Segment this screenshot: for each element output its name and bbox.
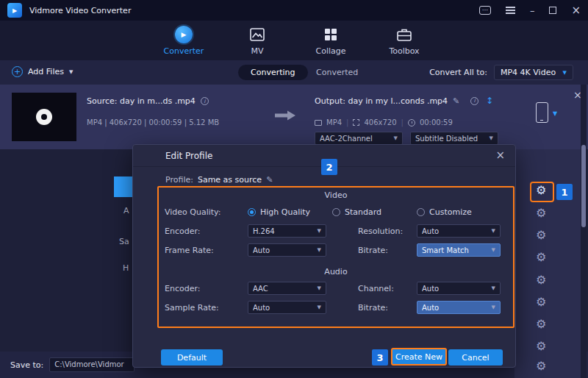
main-nav: ▶ Converter MV Collage Toolbox <box>0 21 588 60</box>
callout-step-1: 1 <box>556 184 573 200</box>
tab-mv-label: MV <box>251 46 263 56</box>
output-format: MP4 <box>326 118 342 126</box>
feedback-icon[interactable]: ··· <box>479 6 491 15</box>
resolution-dropdown[interactable]: Auto ▼ <box>417 224 501 238</box>
chevron-down-icon: ▼ <box>394 135 398 141</box>
audio-encoder-dropdown[interactable]: AAC ▼ <box>248 282 326 295</box>
radio-icon <box>417 208 425 216</box>
create-new-button[interactable]: Create New <box>391 348 447 365</box>
compress-icon[interactable]: ↕ <box>486 96 493 105</box>
convert-all-dropdown[interactable]: MP4 4K Video ▼ <box>494 65 573 80</box>
profile-settings-panel: Video Video Quality: High Quality Standa… <box>157 186 514 328</box>
dialog-title: Edit Profile <box>165 151 212 161</box>
device-icon[interactable] <box>536 102 548 123</box>
tab-collage-label: Collage <box>315 46 345 56</box>
settings-gear-icon[interactable]: ⚙ <box>536 207 546 219</box>
tab-toolbox-label: Toolbox <box>389 46 419 56</box>
scrollbar[interactable] <box>581 85 587 378</box>
close-button[interactable]: × <box>571 5 581 16</box>
chevron-down-icon: ▼ <box>318 228 321 234</box>
subtitle-dropdown[interactable]: Subtitle Disabled ▼ <box>410 132 498 145</box>
settings-gear-icon[interactable]: ⚙ <box>536 360 546 372</box>
clock-icon <box>408 119 415 126</box>
format-icon <box>315 120 322 126</box>
callout-step-2: 2 <box>321 159 337 175</box>
tab-toolbox[interactable]: Toolbox <box>381 26 427 56</box>
settings-gear-icon[interactable]: ⚙ <box>536 296 546 308</box>
chevron-down-icon[interactable]: ▼ <box>553 110 557 117</box>
settings-gear-icon[interactable]: ⚙ <box>536 252 546 263</box>
radio-standard[interactable]: Standard <box>332 207 417 217</box>
radio-icon <box>248 208 256 216</box>
video-quality-label: Video Quality: <box>165 207 248 217</box>
video-section-title: Video <box>165 189 507 202</box>
output-info-icon[interactable]: i <box>470 97 478 105</box>
chevron-down-icon: ▼ <box>563 70 567 76</box>
audio-bitrate-dropdown[interactable]: Auto ▼ <box>417 301 501 314</box>
tab-converting[interactable]: Converting <box>238 65 308 80</box>
step1-highlight-box <box>530 182 554 202</box>
menu-icon[interactable] <box>506 5 515 16</box>
edit-profile-dialog: Edit Profile × Profile: Same as source ✎… <box>132 144 516 368</box>
converter-play-icon: ▶ <box>175 26 193 43</box>
minimize-button[interactable]: – <box>530 6 535 15</box>
output-file-name: Output: day in my l...conds .mp4 <box>315 96 448 106</box>
chevron-down-icon: ▼ <box>318 304 321 310</box>
radio-customize[interactable]: Customize <box>417 207 501 217</box>
output-resolution: 406x720 <box>364 118 396 126</box>
tab-converter[interactable]: ▶ Converter <box>161 26 207 56</box>
video-encoder-row: Encoder: H.264 ▼ Resolution: Auto ▼ <box>165 221 507 240</box>
scrollbar-thumb[interactable] <box>581 145 586 227</box>
sample-rate-dropdown[interactable]: Auto ▼ <box>248 301 326 314</box>
video-quality-row: Video Quality: High Quality Standard Cus… <box>165 202 507 221</box>
video-encoder-dropdown[interactable]: H.264 ▼ <box>248 224 326 238</box>
save-path-field[interactable]: C:\Vidmore\Vidmor <box>49 357 135 372</box>
dialog-close-icon[interactable]: × <box>495 150 505 161</box>
frame-rate-dropdown[interactable]: Auto ▼ <box>248 243 326 257</box>
titlebar: ▶ Vidmore Video Converter ··· – × <box>0 0 588 21</box>
settings-gear-icon[interactable]: ⚙ <box>536 340 546 352</box>
app-logo-icon: ▶ <box>7 3 22 18</box>
settings-gear-icon[interactable]: ⚙ <box>536 274 546 286</box>
chevron-down-icon: ▼ <box>492 304 495 310</box>
rename-output-icon[interactable]: ✎ <box>453 96 459 106</box>
convert-all-value: MP4 4K Video <box>501 68 556 77</box>
toolbox-briefcase-icon <box>397 26 412 43</box>
chevron-down-icon: ▼ <box>318 285 321 291</box>
radio-high-quality[interactable]: High Quality <box>248 207 332 217</box>
toolbar: + Add Files ▼ Converting Converted Conve… <box>0 60 588 85</box>
chevron-down-icon: ▼ <box>492 228 495 234</box>
channel-dropdown[interactable]: Auto ▼ <box>417 282 501 295</box>
profile-label: Profile: <box>165 175 193 185</box>
chevron-down-icon: ▼ <box>492 247 495 253</box>
save-to-label: Save to: <box>10 360 43 370</box>
source-file-meta: MP4 | 406x720 | 00:00:59 | 5.12 MB <box>87 118 219 126</box>
format-list-fragment: A <box>123 206 129 215</box>
mv-photo-icon <box>250 26 265 43</box>
tab-mv[interactable]: MV <box>234 26 280 56</box>
cancel-button[interactable]: Cancel <box>448 349 503 365</box>
tab-converted[interactable]: Converted <box>316 68 358 77</box>
edit-profile-name-icon[interactable]: ✎ <box>266 175 273 185</box>
chevron-down-icon: ▼ <box>490 135 493 141</box>
video-thumbnail[interactable] <box>12 93 76 141</box>
add-files-button[interactable]: + Add Files ▼ <box>12 66 73 77</box>
app-title: Vidmore Video Converter <box>29 6 131 15</box>
callout-step-3: 3 <box>372 349 388 365</box>
settings-gear-icon[interactable]: ⚙ <box>536 318 546 330</box>
chevron-down-icon: ▼ <box>492 285 495 291</box>
audio-track-dropdown[interactable]: AAC-2Channel ▼ <box>315 132 403 145</box>
settings-gear-icon[interactable]: ⚙ <box>536 229 546 241</box>
collage-grid-icon <box>324 26 337 43</box>
selected-format-fragment <box>114 176 132 197</box>
arrow-right-icon <box>273 110 297 121</box>
convert-all-label: Convert All to: <box>429 68 487 77</box>
video-bitrate-dropdown[interactable]: Smart Match ▼ <box>417 243 501 257</box>
add-files-label: Add Files <box>28 67 64 76</box>
file-row: Source: day in m...ds .mp4 i MP4 | 406x7… <box>0 85 588 149</box>
source-info-icon[interactable]: i <box>201 97 209 105</box>
default-button[interactable]: Default <box>161 349 223 365</box>
tab-collage[interactable]: Collage <box>308 26 354 56</box>
chevron-down-icon: ▼ <box>318 247 321 253</box>
maximize-button[interactable] <box>549 7 556 14</box>
